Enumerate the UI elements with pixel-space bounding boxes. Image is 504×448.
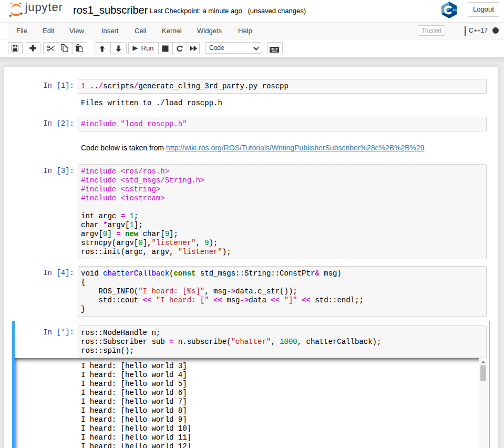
svg-text:jupyter: jupyter <box>25 2 63 14</box>
